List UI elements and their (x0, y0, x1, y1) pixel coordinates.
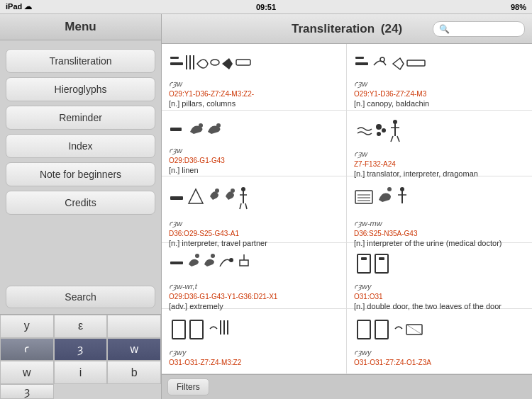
entry-10-translit: ꜥȝwy (354, 348, 525, 357)
svg-line-20 (391, 136, 393, 142)
entry-3-code: O29:D36-G1-G43 (169, 157, 339, 164)
entry-9-translit: ꜥȝwy (169, 348, 339, 357)
nav-reminder[interactable]: Reminder (6, 106, 155, 130)
sidebar: Menu Transliteration Hieroglyphs Reminde… (0, 14, 162, 399)
nav-index[interactable]: Index (6, 134, 155, 158)
entry-7-translit: ꜥȝw-wr,t (169, 282, 339, 291)
svg-line-56 (406, 325, 422, 335)
svg-point-24 (231, 189, 235, 193)
key-3[interactable]: ȝ (0, 384, 54, 399)
entry-9-hiero (169, 315, 339, 347)
key-i[interactable]: i (54, 361, 108, 384)
entry-5-hiero (169, 182, 339, 218)
entry-cell-9: ꜥȝwy O31-O31-Z7:Z4-M3:Z2 (162, 309, 347, 374)
entry-4-code: Z7-F132-A24 (354, 160, 525, 168)
key-y[interactable]: y (0, 315, 54, 338)
entry-3-translit: ꜥȝw (169, 146, 339, 155)
entry-cell-6: ꜥȝw-mw D36:S25-N35A-G43 [n.] interpreter… (347, 176, 532, 243)
entry-8-translit: ꜥȝwy (354, 282, 525, 291)
search-button[interactable]: Search (6, 286, 155, 308)
search-icon: 🔍 (439, 24, 450, 34)
svg-point-18 (393, 120, 397, 124)
key-e[interactable]: ε (54, 315, 108, 338)
entry-1-code: O29:Y1-D36-Z7:Z4-M3:Z2- (169, 90, 339, 98)
svg-rect-49 (190, 320, 203, 339)
entry-10-code: O31-O31-Z7:Z4-O1-Z3A (354, 359, 525, 366)
svg-rect-46 (375, 254, 388, 273)
svg-point-23 (215, 189, 219, 193)
entry-1-hiero (169, 50, 339, 78)
nav-hieroglyphs[interactable]: Hieroglyphs (6, 77, 155, 101)
entry-5-code: D36:O29-S25-G43-A1 (169, 230, 339, 237)
svg-point-41 (229, 258, 233, 262)
svg-rect-22 (170, 196, 183, 200)
status-left: iPad ☁ (6, 2, 32, 11)
entry-8-hiero (354, 249, 525, 281)
main-title: Transliteration (24) (261, 22, 433, 36)
main-header: Transliteration (24) 🔍 (162, 14, 532, 44)
main-content: Transliteration (24) 🔍 (162, 14, 532, 399)
sidebar-spacer (0, 215, 161, 280)
entry-5-translit: ꜥȝw (169, 219, 339, 228)
svg-rect-42 (240, 260, 248, 266)
svg-rect-48 (172, 320, 185, 339)
nav-transliteration[interactable]: Transliteration (6, 49, 155, 73)
entry-cell-5: ꜥȝw D36:O29-S25-G43-A1 [n.] interpreter,… (162, 176, 347, 243)
entry-4-translit: ꜥȝw (354, 150, 525, 159)
app-container: Menu Transliteration Hieroglyphs Reminde… (0, 14, 532, 399)
key-ayin[interactable]: ȝ (54, 338, 108, 361)
svg-line-29 (245, 203, 247, 209)
svg-rect-54 (375, 320, 388, 339)
svg-point-12 (199, 123, 203, 128)
entry-3-meaning: [n.] linen (169, 166, 339, 174)
entry-cell-10: ꜥȝwy O31-O31-Z7:Z4-O1-Z3A (347, 309, 532, 374)
entry-7-code: O29:D36-G1-G43-Y1-G36:D21-X1 (169, 293, 339, 300)
svg-point-40 (211, 254, 215, 258)
entry-2-meaning: [n.] canopy, baldachin (354, 99, 525, 108)
sidebar-search-area: Search (0, 280, 161, 314)
wifi-icon: iPad ☁ (6, 2, 32, 11)
entry-7-hiero (169, 249, 339, 281)
nav-credits[interactable]: Credits (6, 191, 155, 215)
svg-point-14 (376, 124, 382, 130)
svg-rect-6 (236, 60, 250, 65)
key-w-active[interactable]: w (107, 338, 161, 361)
entry-2-code: O29:Y1-D36-Z7:Z4-M3 (354, 90, 525, 98)
key-dot[interactable] (107, 315, 161, 338)
svg-rect-10 (407, 60, 425, 66)
entry-6-translit: ꜥȝw-mw (354, 219, 525, 228)
entry-1-meaning: [n.] pillars, columns (169, 99, 339, 108)
search-box[interactable]: 🔍 (433, 21, 525, 37)
entry-4-hiero (354, 116, 525, 148)
entry-2-hiero (354, 50, 525, 78)
filters-button[interactable]: Filters (167, 378, 209, 395)
status-right: 98% (511, 3, 526, 11)
key-aleph[interactable]: ꜥ (0, 338, 54, 361)
entry-10-hiero (354, 315, 525, 347)
svg-point-16 (377, 132, 381, 136)
svg-rect-0 (170, 62, 183, 65)
svg-rect-45 (361, 257, 367, 260)
entry-cell-2: ꜥȝw O29:Y1-D36-Z7:Z4-M3 [n.] canopy, bal… (347, 44, 532, 111)
svg-rect-7 (355, 62, 368, 65)
svg-rect-44 (358, 254, 370, 273)
svg-line-21 (397, 136, 399, 142)
entry-cell-1: ꜥȝw O29:Y1-D36-Z7:Z4-M3:Z2- [n.] pillars… (162, 44, 347, 111)
entry-6-code: D36:S25-N35A-G43 (354, 230, 525, 237)
battery-indicator: 98% (511, 3, 526, 11)
svg-rect-47 (379, 257, 384, 260)
entry-9-code: O31-O31-Z7:Z4-M3:Z2 (169, 359, 339, 366)
entries-grid: ꜥȝw O29:Y1-D36-Z7:Z4-M3:Z2- [n.] pillars… (162, 44, 532, 374)
nav-note-for-beginners[interactable]: Note for beginners (6, 162, 155, 186)
svg-line-28 (240, 203, 241, 209)
svg-rect-30 (355, 191, 372, 203)
entry-cell-4: ꜥȝw Z7-F132-A24 [n.] translator, interpr… (347, 111, 532, 177)
sidebar-title: Menu (0, 14, 161, 40)
entry-3-hiero (169, 116, 339, 145)
key-w[interactable]: w (0, 361, 54, 384)
key-b[interactable]: b (107, 361, 161, 384)
entry-2-translit: ꜥȝw (354, 79, 525, 89)
sidebar-nav: Transliteration Hieroglyphs Reminder Ind… (0, 40, 161, 215)
svg-point-39 (195, 254, 199, 258)
status-bar: iPad ☁ 09:51 98% (0, 0, 532, 14)
